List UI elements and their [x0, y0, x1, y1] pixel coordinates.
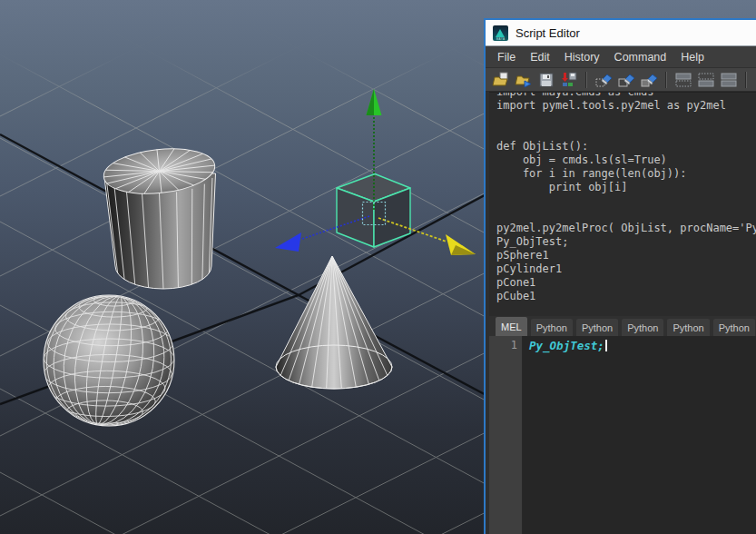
toolbar	[486, 68, 756, 92]
cylinder-object[interactable]	[102, 143, 217, 289]
line-number-gutter: 1	[489, 336, 523, 534]
clear-history-icon[interactable]	[594, 71, 614, 89]
source-script-icon[interactable]	[514, 71, 534, 89]
tab-bar: MELPythonPythonPythonPythonPython	[489, 316, 756, 336]
toolbar-separator	[585, 72, 587, 88]
save-script-icon[interactable]	[536, 71, 556, 89]
line-number: 1	[511, 339, 517, 351]
menu-history[interactable]: History	[557, 51, 607, 64]
menu-bar: FileEditHistoryCommandHelp	[486, 46, 756, 68]
history-pane[interactable]: import maya.cmds as cmds import pymel.to…	[489, 92, 756, 316]
menu-file[interactable]: File	[490, 51, 523, 64]
history-code: import maya.cmds as cmds import pymel.to…	[489, 92, 756, 303]
x-axis-handle[interactable]	[275, 232, 301, 252]
tab-mel-0[interactable]: MEL	[496, 317, 527, 336]
cube-object-selected[interactable]	[337, 174, 410, 248]
y-axis-handle-shade	[367, 89, 375, 115]
script-editor-window: Script Editor FileEditHistoryCommandHelp…	[484, 18, 756, 534]
cone-object[interactable]	[276, 256, 392, 389]
clear-input-icon[interactable]	[616, 71, 636, 89]
save-script-to-shelf-icon[interactable]	[559, 71, 579, 89]
toolbar-separator	[745, 72, 747, 88]
input-pane[interactable]: 1 Py_ObjTest;	[489, 336, 756, 534]
input-code-area[interactable]: Py_ObjTest;	[523, 336, 607, 534]
history-pane-layout-icon[interactable]	[673, 71, 693, 89]
tab-python-1[interactable]: Python	[531, 319, 573, 336]
menu-edit[interactable]: Edit	[523, 51, 557, 64]
tab-python-2[interactable]: Python	[576, 319, 618, 336]
toolbar-separator	[665, 72, 667, 88]
maya-icon	[493, 25, 508, 41]
window-titlebar[interactable]: Script Editor	[486, 20, 756, 46]
tab-python-5[interactable]: Python	[713, 319, 755, 336]
menu-command[interactable]: Command	[607, 51, 674, 64]
split-pane-layout-icon[interactable]	[696, 71, 716, 89]
clear-all-icon[interactable]	[639, 71, 659, 89]
tab-python-3[interactable]: Python	[622, 319, 663, 336]
tab-python-4[interactable]: Python	[667, 319, 709, 336]
script-editor-body: import maya.cmds as cmds import pymel.to…	[486, 92, 756, 534]
text-cursor	[605, 340, 607, 351]
input-code: Py_ObjTest;	[529, 339, 604, 352]
input-pane-layout-icon[interactable]	[719, 71, 739, 89]
load-script-icon[interactable]	[491, 71, 511, 89]
menu-help[interactable]: Help	[673, 51, 712, 64]
window-title: Script Editor	[515, 26, 580, 40]
